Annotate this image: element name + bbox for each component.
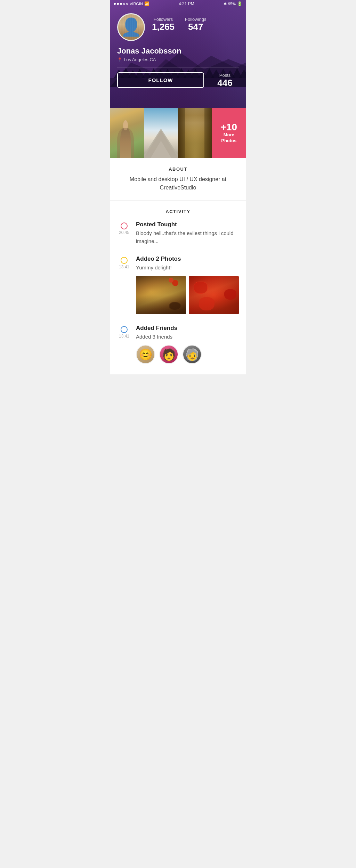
activity-item-1: 20.45 Posted Tought Bloody hell..that's … [117,221,239,245]
activity-time-1: 20.45 [119,230,129,235]
battery-label: 95% [228,2,236,6]
activity-action-1: Posted Tought [136,221,239,228]
activity-dot-wrap-2: 13.41 [117,255,131,269]
followings-stat: Followings 547 [185,17,206,32]
phone-screen: VIRGIN 📶 4:21 PM ✱ 95% 🔋 [110,0,246,374]
bluetooth-icon: ✱ [224,2,227,6]
posts-label: Posts [211,73,239,78]
about-text: Mobile and desktop UI / UX designer at C… [117,175,239,192]
activity-item-3: 13.41 Added Friends Added 3 friends 😊 🧑 … [117,325,239,364]
about-title: ABOUT [117,167,239,172]
activity-title: ACTIVITY [117,209,239,214]
profile-name: Jonas Jacobsson [117,47,239,56]
follow-button[interactable]: FOLLOW [117,72,204,88]
dot-3 [120,3,122,5]
profile-divider [117,67,239,67]
activity-dot-wrap-1: 20.45 [117,221,131,235]
dot-2 [117,3,119,5]
friend-avatar-1[interactable]: 😊 [136,345,155,364]
activity-action-2: Addeo 2 Photos [136,255,239,262]
activity-desc-3: Added 3 friends [136,333,239,341]
profile-header: 👤 Followers 1,265 Followings 547 Jonas J… [110,0,246,108]
activity-photos [136,276,239,314]
battery-icon: 🔋 [237,1,242,6]
activity-dot-yellow [121,257,128,264]
activity-photo-food-2[interactable] [189,276,239,314]
status-bar: VIRGIN 📶 4:21 PM ✱ 95% 🔋 [110,0,246,8]
activity-item-2: 13.41 Addeo 2 Photos Yummy delight! [117,255,239,314]
activity-time-3: 13.41 [119,334,129,339]
friends-row: 😊 🧑 🧓 [136,345,239,364]
profile-location: 📍 Los Angeles,CA [117,57,239,62]
activity-dot-red [121,222,128,229]
posts-count: 446 [211,78,239,88]
carrier-label: VIRGIN [130,2,143,6]
status-time: 4:21 PM [179,1,194,6]
photo-thumb-3[interactable] [178,108,212,158]
stats-row: Followers 1,265 Followings 547 [152,13,207,32]
followings-label: Followings [185,17,206,22]
followers-count: 1,265 [152,22,175,32]
photo-more-text: MorePhotos [221,132,236,144]
activity-action-3: Added Friends [136,325,239,332]
about-section: ABOUT Mobile and desktop UI / UX designe… [110,158,246,201]
followers-stat: Followers 1,265 [152,17,175,32]
friend-avatar-3[interactable]: 🧓 [183,345,202,364]
profile-actions: FOLLOW Posts 446 [110,72,246,95]
activity-section: ACTIVITY 20.45 Posted Tought Bloody hell… [110,201,246,364]
status-right: ✱ 95% 🔋 [224,1,242,6]
activity-content-3: Added Friends Added 3 friends 😊 🧑 🧓 [136,325,239,364]
activity-content-2: Addeo 2 Photos Yummy delight! [136,255,239,314]
photo-thumb-2[interactable] [144,108,178,158]
signal-dots [114,3,128,5]
activity-photo-food-1[interactable] [136,276,186,314]
activity-desc-1: Bloody hell..that's the evilest things i… [136,229,239,245]
profile-name-area: Jonas Jacobsson 📍 Los Angeles,CA [110,41,246,62]
activity-time-2: 13.41 [119,265,129,269]
dot-4 [123,3,125,5]
photo-more-number: +10 [221,122,237,132]
dot-1 [114,3,116,5]
profile-top-row: 👤 Followers 1,265 Followings 547 [110,10,246,41]
avatar: 👤 [117,13,145,41]
activity-desc-2: Yummy delight! [136,264,239,272]
photo-more[interactable]: +10 MorePhotos [212,108,246,158]
status-left: VIRGIN 📶 [114,1,149,6]
photo-strip: +10 MorePhotos [110,108,246,158]
photo-thumb-1[interactable] [110,108,144,158]
dot-5 [126,3,128,5]
followers-label: Followers [152,17,175,22]
wifi-icon: 📶 [144,1,149,6]
activity-content-1: Posted Tought Bloody hell..that's the ev… [136,221,239,245]
posts-stat: Posts 446 [211,73,239,88]
followings-count: 547 [185,22,206,32]
activity-dot-wrap-3: 13.41 [117,325,131,339]
location-pin-icon: 📍 [117,57,122,62]
activity-dot-blue [121,326,128,333]
friend-avatar-2[interactable]: 🧑 [159,345,178,364]
